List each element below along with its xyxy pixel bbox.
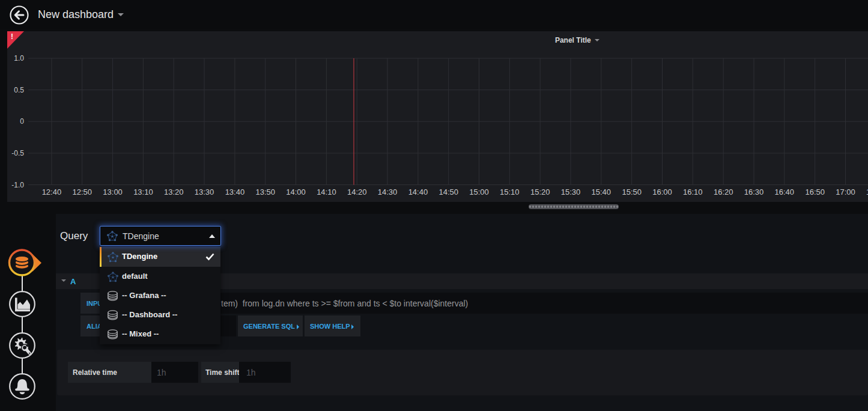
svg-text:15:50: 15:50 bbox=[622, 187, 642, 196]
svg-text:16:00: 16:00 bbox=[652, 187, 672, 196]
svg-text:15:00: 15:00 bbox=[469, 187, 489, 196]
svg-text:-1.0: -1.0 bbox=[11, 181, 24, 189]
svg-text:14:40: 14:40 bbox=[408, 187, 428, 196]
svg-text:14:20: 14:20 bbox=[347, 187, 367, 196]
svg-text:15:40: 15:40 bbox=[592, 187, 612, 196]
svg-text:16:20: 16:20 bbox=[714, 187, 733, 196]
svg-text:14:10: 14:10 bbox=[317, 187, 336, 196]
svg-text:13:50: 13:50 bbox=[255, 187, 275, 196]
svg-text:15:30: 15:30 bbox=[561, 187, 581, 196]
svg-text:14:30: 14:30 bbox=[378, 187, 398, 196]
svg-text:16:50: 16:50 bbox=[805, 187, 825, 196]
svg-text:13:30: 13:30 bbox=[195, 187, 214, 196]
svg-text:15:10: 15:10 bbox=[500, 187, 520, 196]
svg-text:16:10: 16:10 bbox=[683, 187, 703, 196]
svg-text:13:20: 13:20 bbox=[164, 187, 184, 196]
svg-text:0.5: 0.5 bbox=[14, 86, 24, 94]
svg-text:15:20: 15:20 bbox=[530, 187, 550, 196]
svg-text:17:00: 17:00 bbox=[836, 187, 855, 196]
svg-text:-0.5: -0.5 bbox=[11, 149, 24, 157]
svg-text:16:30: 16:30 bbox=[744, 187, 764, 196]
svg-text:12:40: 12:40 bbox=[42, 187, 62, 196]
svg-text:14:50: 14:50 bbox=[439, 187, 458, 196]
svg-text:13:40: 13:40 bbox=[225, 187, 245, 196]
svg-text:16:40: 16:40 bbox=[775, 187, 795, 196]
svg-text:0: 0 bbox=[20, 117, 24, 126]
svg-text:1.0: 1.0 bbox=[14, 54, 24, 62]
svg-text:13:00: 13:00 bbox=[103, 187, 123, 196]
svg-text:14:00: 14:00 bbox=[286, 187, 306, 196]
svg-text:13:10: 13:10 bbox=[133, 187, 153, 196]
svg-text:12:50: 12:50 bbox=[72, 187, 92, 196]
